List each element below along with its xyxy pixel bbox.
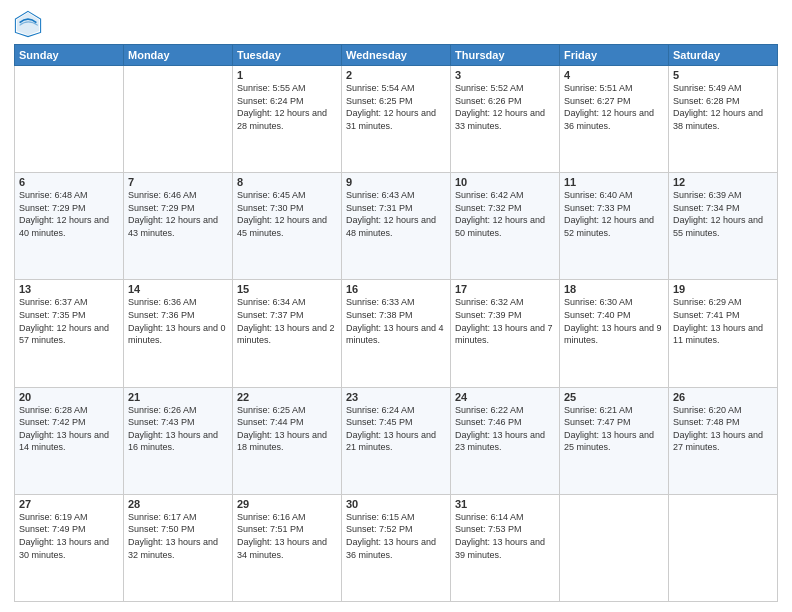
calendar-header-row: SundayMondayTuesdayWednesdayThursdayFrid… [15, 45, 778, 66]
day-info: Sunrise: 6:16 AM Sunset: 7:51 PM Dayligh… [237, 511, 337, 561]
day-info: Sunrise: 6:17 AM Sunset: 7:50 PM Dayligh… [128, 511, 228, 561]
day-info: Sunrise: 6:39 AM Sunset: 7:34 PM Dayligh… [673, 189, 773, 239]
calendar-cell [15, 66, 124, 173]
calendar-cell: 25Sunrise: 6:21 AM Sunset: 7:47 PM Dayli… [560, 387, 669, 494]
day-number: 3 [455, 69, 555, 81]
day-number: 1 [237, 69, 337, 81]
day-number: 5 [673, 69, 773, 81]
day-info: Sunrise: 6:45 AM Sunset: 7:30 PM Dayligh… [237, 189, 337, 239]
calendar-cell: 22Sunrise: 6:25 AM Sunset: 7:44 PM Dayli… [233, 387, 342, 494]
day-number: 26 [673, 391, 773, 403]
day-number: 11 [564, 176, 664, 188]
day-number: 19 [673, 283, 773, 295]
calendar-header-friday: Friday [560, 45, 669, 66]
day-number: 13 [19, 283, 119, 295]
calendar-cell: 21Sunrise: 6:26 AM Sunset: 7:43 PM Dayli… [124, 387, 233, 494]
page: SundayMondayTuesdayWednesdayThursdayFrid… [0, 0, 792, 612]
calendar-cell [669, 494, 778, 601]
day-info: Sunrise: 6:48 AM Sunset: 7:29 PM Dayligh… [19, 189, 119, 239]
day-info: Sunrise: 6:20 AM Sunset: 7:48 PM Dayligh… [673, 404, 773, 454]
day-number: 4 [564, 69, 664, 81]
day-number: 15 [237, 283, 337, 295]
day-number: 17 [455, 283, 555, 295]
calendar-cell: 8Sunrise: 6:45 AM Sunset: 7:30 PM Daylig… [233, 173, 342, 280]
calendar-cell: 30Sunrise: 6:15 AM Sunset: 7:52 PM Dayli… [342, 494, 451, 601]
day-info: Sunrise: 6:28 AM Sunset: 7:42 PM Dayligh… [19, 404, 119, 454]
calendar-cell: 28Sunrise: 6:17 AM Sunset: 7:50 PM Dayli… [124, 494, 233, 601]
calendar-header-sunday: Sunday [15, 45, 124, 66]
calendar-cell: 3Sunrise: 5:52 AM Sunset: 6:26 PM Daylig… [451, 66, 560, 173]
day-info: Sunrise: 6:14 AM Sunset: 7:53 PM Dayligh… [455, 511, 555, 561]
calendar-cell: 20Sunrise: 6:28 AM Sunset: 7:42 PM Dayli… [15, 387, 124, 494]
day-number: 31 [455, 498, 555, 510]
calendar-cell: 31Sunrise: 6:14 AM Sunset: 7:53 PM Dayli… [451, 494, 560, 601]
day-number: 10 [455, 176, 555, 188]
calendar-week-1: 1Sunrise: 5:55 AM Sunset: 6:24 PM Daylig… [15, 66, 778, 173]
calendar-cell: 19Sunrise: 6:29 AM Sunset: 7:41 PM Dayli… [669, 280, 778, 387]
day-number: 8 [237, 176, 337, 188]
calendar-header-saturday: Saturday [669, 45, 778, 66]
calendar-cell: 23Sunrise: 6:24 AM Sunset: 7:45 PM Dayli… [342, 387, 451, 494]
day-info: Sunrise: 6:30 AM Sunset: 7:40 PM Dayligh… [564, 296, 664, 346]
calendar-header-thursday: Thursday [451, 45, 560, 66]
day-info: Sunrise: 5:52 AM Sunset: 6:26 PM Dayligh… [455, 82, 555, 132]
day-info: Sunrise: 5:55 AM Sunset: 6:24 PM Dayligh… [237, 82, 337, 132]
calendar-week-3: 13Sunrise: 6:37 AM Sunset: 7:35 PM Dayli… [15, 280, 778, 387]
calendar-cell: 12Sunrise: 6:39 AM Sunset: 7:34 PM Dayli… [669, 173, 778, 280]
day-info: Sunrise: 6:43 AM Sunset: 7:31 PM Dayligh… [346, 189, 446, 239]
day-info: Sunrise: 6:34 AM Sunset: 7:37 PM Dayligh… [237, 296, 337, 346]
day-number: 9 [346, 176, 446, 188]
calendar-header-monday: Monday [124, 45, 233, 66]
day-number: 18 [564, 283, 664, 295]
day-info: Sunrise: 6:42 AM Sunset: 7:32 PM Dayligh… [455, 189, 555, 239]
day-number: 27 [19, 498, 119, 510]
day-info: Sunrise: 6:40 AM Sunset: 7:33 PM Dayligh… [564, 189, 664, 239]
calendar-cell: 24Sunrise: 6:22 AM Sunset: 7:46 PM Dayli… [451, 387, 560, 494]
day-number: 7 [128, 176, 228, 188]
day-info: Sunrise: 6:15 AM Sunset: 7:52 PM Dayligh… [346, 511, 446, 561]
calendar-cell [124, 66, 233, 173]
logo-icon [14, 10, 42, 38]
day-info: Sunrise: 6:22 AM Sunset: 7:46 PM Dayligh… [455, 404, 555, 454]
day-number: 22 [237, 391, 337, 403]
day-number: 2 [346, 69, 446, 81]
day-info: Sunrise: 6:19 AM Sunset: 7:49 PM Dayligh… [19, 511, 119, 561]
calendar-cell: 29Sunrise: 6:16 AM Sunset: 7:51 PM Dayli… [233, 494, 342, 601]
day-number: 20 [19, 391, 119, 403]
day-number: 12 [673, 176, 773, 188]
calendar-header-tuesday: Tuesday [233, 45, 342, 66]
day-info: Sunrise: 6:37 AM Sunset: 7:35 PM Dayligh… [19, 296, 119, 346]
day-info: Sunrise: 6:36 AM Sunset: 7:36 PM Dayligh… [128, 296, 228, 346]
calendar-cell: 14Sunrise: 6:36 AM Sunset: 7:36 PM Dayli… [124, 280, 233, 387]
calendar-cell: 16Sunrise: 6:33 AM Sunset: 7:38 PM Dayli… [342, 280, 451, 387]
day-info: Sunrise: 6:32 AM Sunset: 7:39 PM Dayligh… [455, 296, 555, 346]
day-number: 21 [128, 391, 228, 403]
day-info: Sunrise: 6:26 AM Sunset: 7:43 PM Dayligh… [128, 404, 228, 454]
calendar-cell: 4Sunrise: 5:51 AM Sunset: 6:27 PM Daylig… [560, 66, 669, 173]
day-number: 30 [346, 498, 446, 510]
calendar-cell [560, 494, 669, 601]
calendar-week-2: 6Sunrise: 6:48 AM Sunset: 7:29 PM Daylig… [15, 173, 778, 280]
day-info: Sunrise: 6:46 AM Sunset: 7:29 PM Dayligh… [128, 189, 228, 239]
calendar-cell: 15Sunrise: 6:34 AM Sunset: 7:37 PM Dayli… [233, 280, 342, 387]
day-info: Sunrise: 6:33 AM Sunset: 7:38 PM Dayligh… [346, 296, 446, 346]
calendar-cell: 2Sunrise: 5:54 AM Sunset: 6:25 PM Daylig… [342, 66, 451, 173]
calendar-cell: 11Sunrise: 6:40 AM Sunset: 7:33 PM Dayli… [560, 173, 669, 280]
day-number: 23 [346, 391, 446, 403]
day-info: Sunrise: 6:21 AM Sunset: 7:47 PM Dayligh… [564, 404, 664, 454]
day-number: 24 [455, 391, 555, 403]
day-info: Sunrise: 6:29 AM Sunset: 7:41 PM Dayligh… [673, 296, 773, 346]
calendar-header-wednesday: Wednesday [342, 45, 451, 66]
calendar-cell: 17Sunrise: 6:32 AM Sunset: 7:39 PM Dayli… [451, 280, 560, 387]
day-number: 16 [346, 283, 446, 295]
calendar-week-5: 27Sunrise: 6:19 AM Sunset: 7:49 PM Dayli… [15, 494, 778, 601]
calendar-cell: 7Sunrise: 6:46 AM Sunset: 7:29 PM Daylig… [124, 173, 233, 280]
day-number: 28 [128, 498, 228, 510]
calendar-cell: 13Sunrise: 6:37 AM Sunset: 7:35 PM Dayli… [15, 280, 124, 387]
calendar-cell: 9Sunrise: 6:43 AM Sunset: 7:31 PM Daylig… [342, 173, 451, 280]
calendar-cell: 26Sunrise: 6:20 AM Sunset: 7:48 PM Dayli… [669, 387, 778, 494]
header [14, 10, 778, 38]
day-info: Sunrise: 5:49 AM Sunset: 6:28 PM Dayligh… [673, 82, 773, 132]
calendar-cell: 6Sunrise: 6:48 AM Sunset: 7:29 PM Daylig… [15, 173, 124, 280]
day-number: 6 [19, 176, 119, 188]
